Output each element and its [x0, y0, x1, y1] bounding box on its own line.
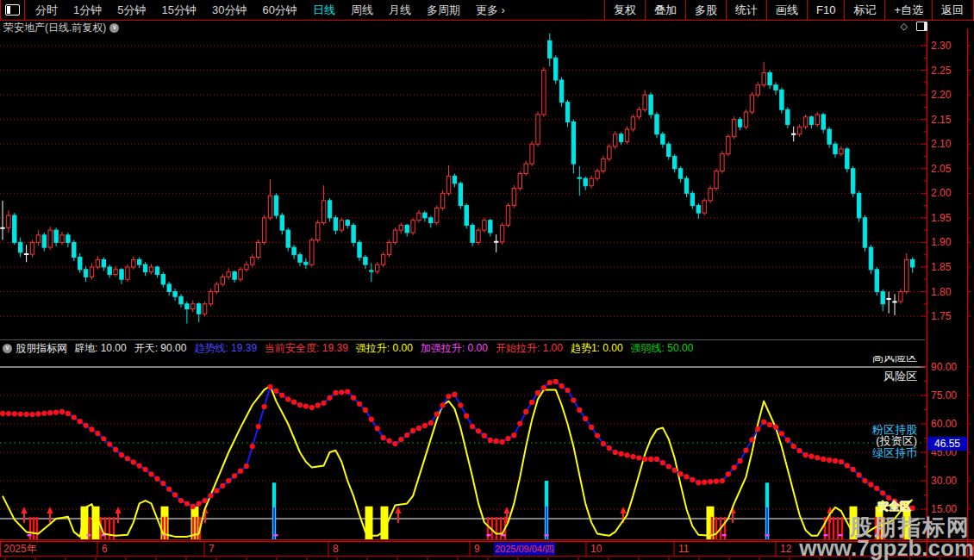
- toolbar-button[interactable]: 画线: [766, 0, 807, 20]
- indicator-value: 强拉升: 0.00: [356, 342, 413, 354]
- svg-text:11: 11: [678, 543, 690, 555]
- svg-text:2025年: 2025年: [3, 543, 37, 555]
- toolbar-button[interactable]: 叠加: [645, 0, 685, 20]
- indicator-value: 加强拉升: 0.00: [421, 342, 488, 354]
- svg-text:10: 10: [590, 543, 603, 555]
- title-row-icons: ◇: [901, 21, 927, 32]
- period-tab[interactable]: 多周期: [419, 3, 468, 18]
- indicator-value: 辟地: 10.00: [74, 342, 127, 354]
- toolbar-button[interactable]: 复权: [604, 0, 645, 20]
- layout-button[interactable]: [1, 0, 25, 20]
- chart-title: 荣安地产(日线.前复权) ∨: [3, 21, 119, 35]
- zone-label-green-cash: 绿区持币: [872, 445, 917, 461]
- period-tab[interactable]: 月线: [381, 3, 419, 18]
- toolbar-right-menu: 复权叠加多股统计画线F10标记+自选返回: [604, 0, 972, 20]
- toolbar-button[interactable]: +自选: [884, 0, 932, 20]
- indicator-value: 趋势线: 19.39: [194, 342, 257, 354]
- svg-text:2.05: 2.05: [931, 163, 952, 175]
- indicator-value: 开始拉升: 1.00: [496, 342, 563, 354]
- toolbar-button[interactable]: F10: [807, 0, 844, 20]
- svg-text:8: 8: [333, 543, 339, 555]
- svg-text:75.00: 75.00: [931, 389, 957, 401]
- diamond-icon[interactable]: ◇: [901, 21, 908, 32]
- panel-icon[interactable]: [916, 22, 927, 31]
- toolbar-button[interactable]: 多股: [685, 0, 726, 20]
- svg-text:2.20: 2.20: [931, 89, 952, 101]
- zone-label-risk: 风险区: [883, 369, 917, 384]
- svg-text:2.10: 2.10: [931, 138, 952, 150]
- collapse-icon[interactable]: ∨: [3, 344, 12, 353]
- svg-text:2025/09/04/四: 2025/09/04/四: [495, 544, 554, 554]
- main-chart[interactable]: 2.302.252.202.152.102.052.001.951.901.85…: [0, 0, 974, 560]
- svg-text:1.85: 1.85: [931, 261, 952, 273]
- svg-text:1.75: 1.75: [931, 310, 952, 322]
- period-tab[interactable]: 周线: [343, 3, 381, 18]
- period-tab[interactable]: 15分钟: [153, 3, 203, 18]
- split-panel-icon: [5, 4, 20, 16]
- toolbar-button[interactable]: 返回: [932, 0, 972, 20]
- indicator-value: 强弱线: 50.00: [631, 342, 694, 354]
- period-tab[interactable]: 30分钟: [204, 3, 254, 18]
- svg-text:9: 9: [474, 543, 480, 555]
- watermark-url: www.7gpzb.com: [799, 535, 974, 560]
- yellow-trend-line: [3, 386, 913, 537]
- svg-text:2.30: 2.30: [931, 40, 952, 52]
- period-tab[interactable]: 5分钟: [109, 3, 153, 18]
- blue-safety-line: [3, 382, 913, 508]
- svg-text:90.00: 90.00: [931, 361, 957, 373]
- period-tab[interactable]: 60分钟: [254, 3, 304, 18]
- svg-text:6: 6: [102, 543, 108, 555]
- indicator-header: ∨ 股朋指标网 辟地: 10.00开天: 90.00趋势线: 19.39当前安全…: [0, 339, 925, 356]
- svg-text:60.00: 60.00: [931, 418, 957, 430]
- svg-text:1.80: 1.80: [931, 286, 952, 298]
- svg-text:2.25: 2.25: [931, 65, 952, 77]
- chevron-down-icon[interactable]: ∨: [109, 23, 119, 33]
- indicator-value: 当前安全度: 19.39: [265, 342, 348, 354]
- period-tab[interactable]: 更多 ›: [468, 3, 513, 18]
- period-tab[interactable]: 分时: [28, 3, 66, 18]
- top-toolbar: 分时1分钟5分钟15分钟30分钟60分钟日线周线月线多周期更多 › 复权叠加多股…: [0, 0, 974, 21]
- toolbar-button[interactable]: 标记: [844, 0, 884, 20]
- svg-text:7: 7: [209, 543, 215, 555]
- indicator-value: 趋势1: 0.00: [571, 342, 623, 354]
- svg-text:2.15: 2.15: [931, 114, 952, 126]
- svg-text:1.95: 1.95: [931, 212, 952, 224]
- svg-text:12: 12: [780, 543, 792, 555]
- indicator-values: 辟地: 10.00开天: 90.00趋势线: 19.39当前安全度: 19.39…: [74, 341, 701, 356]
- toolbar-button[interactable]: 统计: [726, 0, 766, 20]
- period-tab[interactable]: 日线: [305, 3, 343, 18]
- indicator-source: 股朋指标网: [16, 341, 67, 356]
- period-tab[interactable]: 1分钟: [66, 3, 109, 18]
- svg-text:1.90: 1.90: [931, 236, 952, 248]
- title-text: 荣安地产(日线.前复权): [3, 21, 106, 35]
- svg-text:30.00: 30.00: [931, 475, 957, 487]
- candles: [1, 34, 915, 324]
- period-tabs: 分时1分钟5分钟15分钟30分钟60分钟日线周线月线多周期更多 ›: [28, 3, 513, 18]
- indicator-value: 开天: 90.00: [134, 342, 187, 354]
- current-value-badge: 46.55: [927, 437, 967, 451]
- svg-text:2.00: 2.00: [931, 187, 952, 199]
